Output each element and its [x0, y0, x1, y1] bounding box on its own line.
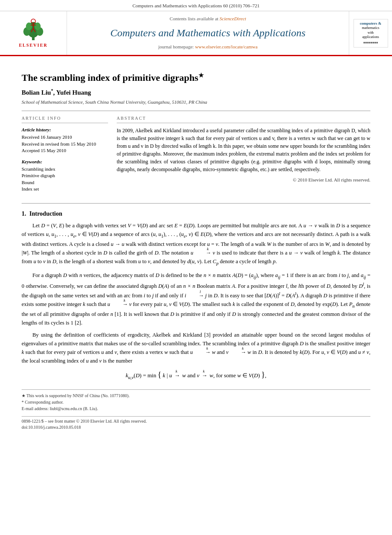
- article-info-column: ARTICLE INFO Article history: Received 1…: [22, 115, 108, 197]
- svg-point-4: [26, 22, 32, 30]
- journal-header: ELSEVIER Contents lists available at Sci…: [0, 11, 392, 56]
- article-title: The scrambling index of primitive digrap…: [22, 72, 370, 84]
- footnote-corresponding: * Corresponding author.: [22, 399, 370, 405]
- doi-line: doi:10.1016/j.camwa.2010.05.018: [22, 424, 370, 430]
- keywords-group: Keywords: Scrambling index Primitive dig…: [22, 159, 108, 193]
- svg-point-5: [35, 22, 41, 30]
- abstract-text: In 2009, Akelbek and Kirkland introduced…: [117, 127, 370, 173]
- history-label: Article history:: [22, 127, 108, 133]
- keyword-2: Primitive digraph: [22, 172, 108, 179]
- abstract-column: ABSTRACT In 2009, Akelbek and Kirkland i…: [117, 115, 370, 197]
- journal-homepage: journal homepage: www.elsevier.com/locat…: [158, 44, 258, 50]
- abstract-label: ABSTRACT: [117, 115, 370, 123]
- intro-paragraph-1: Let D = (V, E) be a digraph with vertex …: [22, 221, 370, 267]
- formula-display: ku,v(D) = min { k | u → k w and v → k w,…: [22, 369, 370, 381]
- intro-paragraph-2: For a digraph D with n vertices, the adj…: [22, 271, 370, 328]
- affiliation: School of Mathematical Science, South Ch…: [22, 99, 370, 105]
- footnote-section: ★ This work is supported by NNSF of Chin…: [22, 389, 370, 412]
- citation-text: Computers and Mathematics with Applicati…: [132, 3, 259, 8]
- main-content: The scrambling index of primitive digrap…: [0, 56, 392, 439]
- keywords-label: Keywords:: [22, 159, 108, 165]
- small-logo-box: computers & mathematics with application…: [354, 19, 388, 48]
- journal-title: Computers and Mathematics with Applicati…: [110, 26, 306, 41]
- homepage-link[interactable]: www.elsevier.com/locate/camwa: [195, 44, 258, 49]
- keyword-3: Bound: [22, 179, 108, 186]
- keyword-4: Index set: [22, 186, 108, 192]
- elsevier-tree-icon: [20, 18, 46, 41]
- citation-bar: Computers and Mathematics with Applicati…: [0, 0, 392, 11]
- revised-date: Received in revised from 15 May 2010: [22, 141, 108, 147]
- contents-available-text: Contents lists available at ScienceDirec…: [170, 16, 246, 22]
- elsevier-label: ELSEVIER: [19, 42, 48, 48]
- elsevier-logo-area: ELSEVIER: [0, 11, 67, 54]
- introduction-title: 1. Introduction: [22, 210, 370, 218]
- issn-line: 0898-1221/$ – see front matter © 2010 El…: [22, 418, 370, 424]
- intro-paragraph-3: By using the definition of coefficients …: [22, 331, 370, 365]
- received-date: Received 16 January 2010: [22, 134, 108, 140]
- footnote-email: E-mail address: liubl@scnu.edu.cn (B. Li…: [22, 405, 370, 412]
- authors: Bolian Liu*, Yufei Huang: [22, 88, 370, 97]
- sciencedirect-link[interactable]: ScienceDirect: [220, 16, 246, 21]
- info-abstract-columns: ARTICLE INFO Article history: Received 1…: [22, 115, 370, 197]
- keyword-1: Scrambling index: [22, 166, 108, 172]
- article-history-group: Article history: Received 16 January 201…: [22, 127, 108, 154]
- divider-1: [22, 111, 370, 111]
- copyright-line: © 2010 Elsevier Ltd. All rights reserved…: [117, 177, 370, 183]
- bottom-bar: 0898-1221/$ – see front matter © 2010 El…: [22, 416, 370, 430]
- journal-logo-right: computers & mathematics with application…: [349, 11, 392, 54]
- divider-2: [22, 203, 370, 204]
- accepted-date: Accepted 15 May 2010: [22, 147, 108, 154]
- journal-center: Contents lists available at ScienceDirec…: [67, 11, 349, 54]
- article-info-label: ARTICLE INFO: [22, 115, 108, 123]
- footnote-star-note: ★ This work is supported by NNSF of Chin…: [22, 392, 370, 399]
